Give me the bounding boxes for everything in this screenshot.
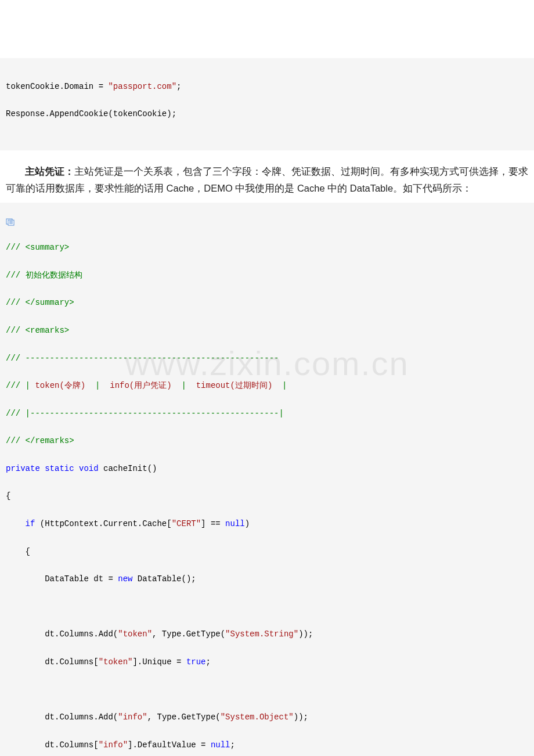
code-line	[6, 683, 528, 697]
code-block-main: /// <summary> /// 初始化数据结构 /// </summary>…	[0, 203, 534, 756]
code-text: info(用户凭证)	[110, 381, 171, 390]
code-text: ;	[230, 740, 235, 750]
code-comment: /// </remarks>	[6, 436, 74, 445]
code-line: /// ------------------------------------…	[6, 352, 528, 366]
code-text: , Type.GetType(	[152, 629, 225, 639]
code-line: private static void cacheInit()	[6, 462, 528, 476]
code-string: "token"	[118, 629, 152, 639]
code-line: /// | token(令牌) | info(用户凭证) | timeout(过…	[6, 379, 528, 393]
code-keyword: null	[211, 740, 230, 750]
code-line: /// <remarks>	[6, 324, 528, 338]
code-keyword: private	[6, 464, 40, 473]
code-text: tokenCookie.Domain =	[6, 82, 108, 91]
code-text: token(令牌)	[35, 381, 85, 390]
code-keyword: if	[6, 519, 35, 528]
code-text: dt.Columns.Add(	[6, 712, 118, 722]
code-line: /// 初始化数据结构	[6, 269, 528, 283]
body-paragraph: 主站凭证：主站凭证是一个关系表，包含了三个字段：令牌、凭证数据、过期时间。有多种…	[0, 150, 534, 203]
code-keyword: static	[40, 464, 74, 473]
code-keyword: new	[118, 574, 132, 584]
code-line: /// |-----------------------------------…	[6, 407, 528, 421]
code-string: "System.Object"	[221, 712, 294, 722]
code-string: "token"	[99, 657, 133, 667]
code-text: timeout(过期时间)	[196, 381, 273, 390]
code-string: "System.String"	[225, 629, 298, 639]
code-text: , Type.GetType(	[147, 712, 221, 722]
code-text: )	[245, 519, 250, 528]
code-comment: |	[172, 381, 196, 390]
code-comment: |	[85, 381, 110, 390]
code-comment: |	[272, 381, 287, 390]
code-line: /// </remarks>	[6, 434, 528, 448]
code-text: DataTable();	[132, 574, 196, 584]
code-line: dt.Columns["token"].Unique = true;	[6, 656, 528, 669]
code-text: {	[6, 547, 30, 556]
code-text: (HttpContext.Current.Cache[	[35, 519, 171, 528]
code-text: ));	[294, 712, 308, 722]
code-line: Response.AppendCookie(tokenCookie);	[6, 107, 528, 121]
code-block-top: tokenCookie.Domain = "passport.com"; Res…	[0, 58, 534, 150]
code-text: {	[6, 491, 10, 501]
code-comment: /// <summary>	[6, 243, 69, 252]
copy-icon[interactable]	[6, 218, 528, 226]
code-keyword: true	[186, 657, 206, 667]
code-text: ;	[176, 82, 181, 91]
code-text: ] ==	[201, 519, 225, 528]
code-line: dt.Columns.Add("info", Type.GetType("Sys…	[6, 711, 528, 725]
code-line: tokenCookie.Domain = "passport.com";	[6, 80, 528, 94]
code-line: {	[6, 489, 528, 503]
code-text: ].Unique =	[132, 657, 186, 667]
code-keyword: void	[74, 464, 99, 473]
code-comment: /// |-----------------------------------…	[6, 409, 284, 418]
code-line: /// </summary>	[6, 296, 528, 310]
code-comment: /// <remarks>	[6, 326, 69, 335]
code-text: dt.Columns[	[6, 657, 99, 667]
code-comment: /// </summary>	[6, 298, 74, 307]
code-keyword: null	[225, 519, 245, 528]
code-text: ;	[205, 657, 210, 667]
code-string: "info"	[99, 740, 128, 750]
code-text: ));	[298, 629, 313, 639]
code-text	[6, 602, 10, 611]
code-line: /// <summary>	[6, 241, 528, 255]
code-line: {	[6, 545, 528, 559]
code-text: DataTable dt =	[6, 574, 118, 584]
code-text: Response.AppendCookie(tokenCookie);	[6, 109, 176, 118]
code-text: dt.Columns.Add(	[6, 629, 118, 639]
code-line: dt.Columns["info"].DefaultValue = null;	[6, 739, 528, 753]
code-line	[6, 600, 528, 614]
code-text: ].DefaultValue =	[128, 740, 211, 750]
code-text	[6, 685, 10, 694]
code-text: dt.Columns[	[6, 740, 99, 750]
code-line: if (HttpContext.Current.Cache["CERT"] ==…	[6, 517, 528, 531]
code-string: "passport.com"	[108, 82, 176, 91]
code-comment: /// 初始化数据结构	[6, 271, 82, 280]
code-line: dt.Columns.Add("token", Type.GetType("Sy…	[6, 628, 528, 642]
paragraph-heading: 主站凭证：	[25, 166, 74, 177]
code-text: cacheInit()	[99, 464, 157, 473]
code-comment: /// |	[6, 381, 35, 390]
paragraph-body: 主站凭证是一个关系表，包含了三个字段：令牌、凭证数据、过期时间。有多种实现方式可…	[6, 166, 528, 193]
code-string: "info"	[118, 712, 147, 722]
code-comment: /// ------------------------------------…	[6, 354, 279, 363]
code-line: DataTable dt = new DataTable();	[6, 573, 528, 586]
code-string: "CERT"	[172, 519, 201, 528]
